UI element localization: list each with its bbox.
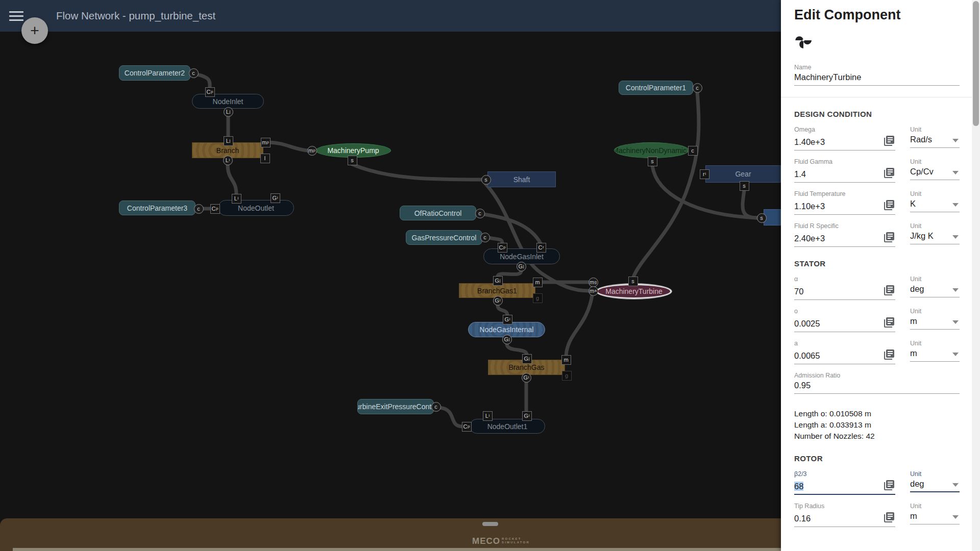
- unit-select[interactable]: Unit K: [910, 190, 960, 215]
- dropdown-arrow-icon[interactable]: [952, 288, 959, 292]
- port-c[interactable]: c: [688, 146, 698, 156]
- value-input[interactable]: 68: [794, 482, 879, 491]
- port-l[interactable]: l: [260, 154, 270, 163]
- port-g[interactable]: g: [533, 293, 543, 303]
- value-input[interactable]: 70: [794, 287, 879, 296]
- value-field[interactable]: Admission Ratio 0.95: [794, 372, 960, 394]
- menu-icon[interactable]: [9, 11, 24, 21]
- graph-node-ControlParameter3[interactable]: ControlParameter3: [119, 201, 195, 215]
- add-component-button[interactable]: +: [21, 17, 48, 44]
- dropdown-arrow-icon[interactable]: [952, 203, 959, 207]
- name-field[interactable]: Name MachineryTurbine: [794, 64, 960, 86]
- port-m[interactable]: m: [561, 355, 571, 365]
- port-s[interactable]: s: [757, 213, 767, 223]
- port-Gi[interactable]: Gi: [503, 315, 512, 324]
- port-Lj[interactable]: Lj: [224, 136, 233, 146]
- horizontal-scrollbar[interactable]: [13, 548, 781, 551]
- panel-scrollbar-thumb[interactable]: [973, 1, 979, 126]
- graph-node-ControlParameter2[interactable]: ControlParameter2: [119, 65, 190, 81]
- graph-node-MachineryTurbine[interactable]: MachineryTurbine: [596, 284, 672, 299]
- plot-values-icon[interactable]: [883, 479, 895, 491]
- graph-node-NodeInlet[interactable]: NodeInlet: [192, 94, 264, 109]
- port-s[interactable]: s: [348, 156, 357, 165]
- plot-values-icon[interactable]: [883, 316, 895, 329]
- value-field[interactable]: β2/3 68: [794, 470, 895, 495]
- unit-value[interactable]: deg: [910, 284, 952, 294]
- port-Cp[interactable]: Cp: [462, 422, 472, 432]
- unit-select[interactable]: Unit m: [910, 503, 960, 527]
- plot-values-icon[interactable]: [883, 348, 895, 361]
- value-field[interactable]: o 0.0025: [794, 308, 895, 332]
- port-Gj[interactable]: Gj: [502, 335, 512, 344]
- unit-value[interactable]: J/kg K: [910, 231, 952, 241]
- value-input[interactable]: 0.95: [794, 381, 960, 390]
- unit-select[interactable]: Unit deg: [910, 276, 960, 300]
- unit-value[interactable]: K: [910, 199, 952, 209]
- port-mg[interactable]: mg: [589, 278, 598, 287]
- value-input[interactable]: 0.0025: [794, 319, 879, 329]
- graph-node-TurbineExitPressureControl[interactable]: TurbineExitPressureControl: [357, 399, 434, 414]
- dropdown-arrow-icon[interactable]: [952, 353, 959, 356]
- value-field[interactable]: Tip Radius 0.16: [794, 503, 895, 527]
- plot-values-icon[interactable]: [883, 167, 895, 179]
- port-c[interactable]: c: [189, 68, 199, 78]
- unit-value[interactable]: deg: [910, 479, 952, 489]
- unit-value[interactable]: m: [910, 316, 952, 326]
- unit-select[interactable]: Unit deg: [910, 470, 960, 495]
- unit-select[interactable]: Unit m: [910, 308, 960, 332]
- value-input[interactable]: 1.10e+3: [794, 202, 879, 211]
- graph-node-NodeOutlet1[interactable]: NodeOutlet1: [470, 419, 545, 434]
- port-Cr[interactable]: Cr: [536, 243, 546, 253]
- port-ri[interactable]: ri: [700, 169, 709, 179]
- value-input[interactable]: 1.4: [794, 169, 879, 179]
- port-mp[interactable]: mp: [261, 138, 271, 147]
- unit-select[interactable]: Unit m: [910, 340, 960, 364]
- port-c[interactable]: c: [480, 233, 490, 242]
- port-Cp[interactable]: Cp: [205, 87, 215, 97]
- port-Lj[interactable]: Lj: [224, 107, 233, 117]
- dropdown-arrow-icon[interactable]: [952, 171, 959, 174]
- port-m[interactable]: m: [533, 278, 543, 287]
- port-s[interactable]: s: [648, 157, 657, 166]
- unit-value[interactable]: m: [910, 511, 952, 521]
- unit-value[interactable]: m: [910, 348, 952, 358]
- plot-values-icon[interactable]: [883, 231, 895, 243]
- value-input[interactable]: 0.16: [794, 514, 879, 523]
- value-input[interactable]: 1.40e+3: [794, 137, 879, 147]
- dropdown-arrow-icon[interactable]: [952, 139, 959, 142]
- port-Gi[interactable]: Gi: [522, 411, 532, 421]
- port-s[interactable]: s: [628, 277, 638, 286]
- graph-node-OfRatioControl[interactable]: OfRatioControl: [400, 206, 476, 220]
- value-field[interactable]: Fluid R Specific 2.40e+3: [794, 222, 895, 247]
- port-Cp[interactable]: Cp: [498, 243, 507, 253]
- unit-select[interactable]: Unit Rad/s: [910, 126, 960, 151]
- port-Gi[interactable]: Gi: [522, 373, 531, 383]
- value-field[interactable]: a 0.0065: [794, 340, 895, 364]
- toolbar-drag-handle[interactable]: [482, 522, 498, 526]
- graph-node-MachineryNonDynamic1[interactable]: MachineryNonDynamic1: [614, 142, 689, 158]
- port-c[interactable]: c: [475, 209, 485, 218]
- port-g[interactable]: g: [562, 371, 572, 381]
- graph-node-Gear[interactable]: Gear: [705, 165, 781, 183]
- unit-select[interactable]: Unit J/kg K: [910, 222, 960, 247]
- unit-value[interactable]: Rad/s: [910, 135, 952, 144]
- dropdown-arrow-icon[interactable]: [952, 320, 959, 324]
- name-input[interactable]: MachineryTurbine: [794, 72, 960, 82]
- port-c[interactable]: c: [194, 204, 204, 214]
- graph-node-NodeOutlet[interactable]: NodeOutlet: [218, 200, 294, 216]
- value-input[interactable]: 2.40e+3: [794, 234, 879, 243]
- graph-node-GasPressureControl[interactable]: GasPressureControl: [406, 230, 482, 245]
- port-c[interactable]: c: [431, 402, 441, 412]
- port-Li[interactable]: Li: [223, 156, 233, 165]
- value-field[interactable]: Fluid Temperature 1.10e+3: [794, 190, 895, 215]
- port-s[interactable]: s: [740, 181, 749, 191]
- value-field[interactable]: Omega 1.40e+3: [794, 126, 895, 151]
- port-ma[interactable]: ma: [589, 286, 598, 296]
- plot-values-icon[interactable]: [883, 199, 895, 211]
- port-Gi[interactable]: Gi: [493, 296, 503, 306]
- value-input[interactable]: 0.0065: [794, 351, 879, 361]
- port-Gj[interactable]: Gj: [493, 276, 503, 286]
- port-mp[interactable]: mp: [307, 146, 317, 156]
- dropdown-arrow-icon[interactable]: [952, 515, 959, 519]
- plot-values-icon[interactable]: [883, 135, 895, 147]
